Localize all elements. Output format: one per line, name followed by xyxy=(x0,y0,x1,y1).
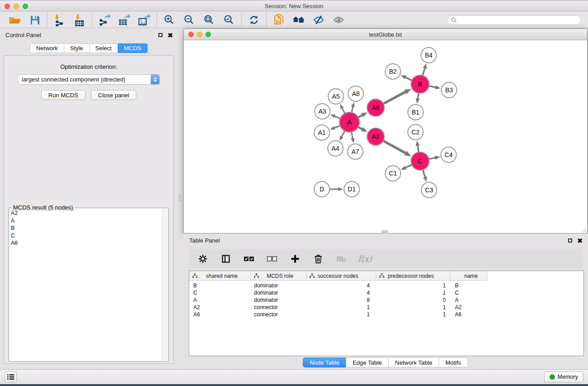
table-row[interactable]: Adominator80A xyxy=(189,296,583,304)
maximize-network-window-icon[interactable] xyxy=(206,32,211,37)
export-image-icon[interactable] xyxy=(138,14,151,26)
table-row[interactable]: Cdominator41C xyxy=(189,289,583,296)
graph-edge[interactable] xyxy=(335,126,340,128)
criterion-dropdown[interactable]: largest connected component (directed) xyxy=(18,74,160,85)
table-row[interactable]: A6connector11A6 xyxy=(189,311,583,318)
delete-columns-trash-icon[interactable] xyxy=(312,253,325,265)
column-header-successor-nodes[interactable]: successor nodes xyxy=(306,271,376,281)
column-header-mcds-role[interactable]: MCDS role xyxy=(251,271,306,281)
mcds-result-list[interactable]: A2ABCA6 xyxy=(11,210,162,360)
table-row[interactable]: A2connector11A2 xyxy=(189,304,583,311)
zoom-fit-icon[interactable] xyxy=(203,14,215,26)
zoom-selected-icon[interactable] xyxy=(223,14,235,26)
close-panel-button[interactable]: Close panel xyxy=(91,90,137,100)
column-layout-icon[interactable] xyxy=(220,253,232,265)
search-field[interactable] xyxy=(447,15,581,25)
result-item[interactable]: B xyxy=(11,224,162,232)
hide-graphics-details-icon[interactable] xyxy=(312,14,325,26)
table-row[interactable]: Bdominator41B xyxy=(189,282,583,289)
select-all-columns-icon[interactable] xyxy=(243,253,255,265)
open-session-icon[interactable] xyxy=(9,14,21,26)
table-tab-motifs[interactable]: Motifs xyxy=(439,357,468,367)
graph-node-label: A4 xyxy=(331,145,339,152)
graph-edge[interactable] xyxy=(342,108,345,113)
column-header-name[interactable]: name xyxy=(450,271,488,281)
table-tab-network-table[interactable]: Network Table xyxy=(388,357,439,367)
graph-edge-arrowhead xyxy=(401,166,406,170)
table-tab-edge-table[interactable]: Edge Table xyxy=(346,357,389,367)
tab-style[interactable]: Style xyxy=(64,43,90,53)
column-header-predecessor-nodes[interactable]: predecessor nodes xyxy=(376,271,450,281)
graph-edge[interactable] xyxy=(423,68,425,75)
zoom-out-icon[interactable] xyxy=(183,14,196,26)
tab-network[interactable]: Network xyxy=(30,43,64,53)
vertical-splitter-handle[interactable] xyxy=(179,195,182,201)
graph-edge[interactable] xyxy=(406,165,412,167)
settings-gear-icon[interactable] xyxy=(196,253,209,265)
graph-edge[interactable] xyxy=(429,158,435,159)
graph-edge-arrowhead xyxy=(435,156,440,160)
graph-edge[interactable] xyxy=(418,146,419,152)
maximize-window-icon[interactable] xyxy=(23,4,28,9)
result-item[interactable]: A6 xyxy=(11,239,162,247)
minimize-network-window-icon[interactable] xyxy=(197,32,202,37)
window-controls xyxy=(5,4,28,9)
close-window-icon[interactable] xyxy=(5,4,10,9)
zoom-in-icon[interactable] xyxy=(163,14,176,26)
search-input[interactable] xyxy=(459,16,577,24)
table-tab-node-table[interactable]: Node Table xyxy=(303,357,346,367)
run-mcds-button[interactable]: Run MCDS xyxy=(41,90,86,100)
network-graph[interactable]: AA1A2A3A4A5A6A7A8BB1B2B3B4CC1C2C3C4DD1 xyxy=(184,41,587,233)
graph-edge[interactable] xyxy=(429,86,435,87)
graph-edge[interactable] xyxy=(383,141,406,153)
function-builder-icon[interactable]: f(x) xyxy=(358,254,372,263)
result-item[interactable]: A xyxy=(11,217,162,225)
dropdown-stepper-icon[interactable] xyxy=(151,74,159,85)
task-history-button[interactable] xyxy=(5,372,17,382)
unselect-all-columns-icon[interactable] xyxy=(266,253,278,265)
float-panel-icon[interactable] xyxy=(158,33,163,37)
import-network-icon[interactable] xyxy=(53,14,66,26)
table-cell: 4 xyxy=(306,289,376,296)
graph-edge[interactable] xyxy=(406,77,412,81)
save-session-icon[interactable] xyxy=(29,14,41,26)
graph-edge[interactable] xyxy=(351,132,353,138)
node-table[interactable]: shared name MCDS role successor nodes pr… xyxy=(189,271,584,356)
close-network-window-icon[interactable] xyxy=(188,32,194,37)
float-table-panel-icon[interactable] xyxy=(568,238,572,243)
network-canvas[interactable]: AA1A2A3A4A5A6A7A8BB1B2B3B4CC1C2C3C4DD1 xyxy=(184,41,587,233)
graph-edge[interactable] xyxy=(358,127,362,129)
table-cell: A2 xyxy=(189,304,251,311)
tab-mcds[interactable]: MCDS xyxy=(118,43,148,53)
search-icon xyxy=(451,17,457,23)
result-item[interactable]: A2 xyxy=(11,210,162,217)
delete-table-icon[interactable] xyxy=(335,253,348,265)
export-network-icon[interactable] xyxy=(98,14,111,26)
minimize-window-icon[interactable] xyxy=(14,4,19,9)
new-network-from-file-icon[interactable] xyxy=(272,14,285,26)
close-panel-icon[interactable]: ✖ xyxy=(167,33,173,38)
export-table-icon[interactable] xyxy=(118,14,131,26)
home-view-icon[interactable] xyxy=(292,14,305,26)
close-table-panel-icon[interactable]: ✖ xyxy=(577,238,583,243)
result-item[interactable]: C xyxy=(11,232,162,240)
graph-edge[interactable] xyxy=(418,93,419,99)
control-panel: Control Panel ✖ Network Style Select MCD… xyxy=(0,28,177,369)
graph-edge[interactable] xyxy=(335,116,340,119)
result-scrollbar[interactable] xyxy=(162,209,168,361)
import-table-icon[interactable] xyxy=(73,14,86,26)
graph-edge[interactable] xyxy=(358,115,362,118)
graph-edge[interactable] xyxy=(342,131,345,136)
horizontal-splitter-handle[interactable] xyxy=(382,230,388,234)
show-graphics-details-icon[interactable] xyxy=(332,14,345,26)
tab-select[interactable]: Select xyxy=(89,43,118,53)
refresh-icon[interactable] xyxy=(248,14,260,26)
network-window-titlebar[interactable]: testGlobe.txt xyxy=(184,29,587,40)
column-header-shared-name[interactable]: shared name xyxy=(189,271,251,281)
resize-grip-icon[interactable] xyxy=(581,227,587,233)
memory-button[interactable]: Memory xyxy=(544,372,583,382)
graph-edge[interactable] xyxy=(423,170,425,177)
graph-edge[interactable] xyxy=(383,92,406,104)
add-column-icon[interactable] xyxy=(289,253,301,265)
graph-edge[interactable] xyxy=(352,107,353,112)
